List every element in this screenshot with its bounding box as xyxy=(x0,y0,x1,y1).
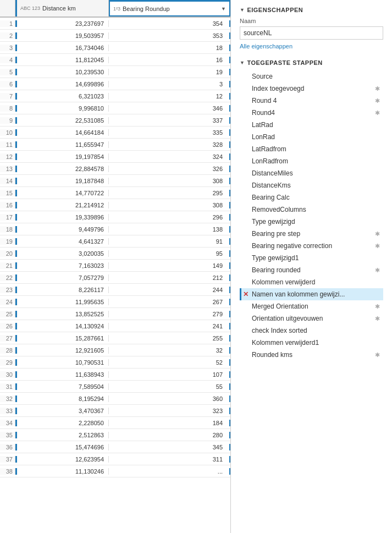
cell-bearing: 353 xyxy=(109,32,230,39)
cell-bearing: 95 xyxy=(109,250,230,257)
cell-row-num: 18 xyxy=(0,226,15,233)
step-item[interactable]: DistanceKms xyxy=(240,179,383,191)
step-item[interactable]: Kolommen verwijderd1 xyxy=(240,337,383,349)
row-number-header xyxy=(0,0,15,17)
step-item[interactable]: ✕ Namen van kolommen gewijzi... xyxy=(240,288,383,300)
cell-distance: 10,239530 xyxy=(15,69,109,75)
cell-row-num: 34 xyxy=(0,420,15,426)
table-row: 21 7,163023 149 xyxy=(0,260,230,272)
table-row: 12 19,197854 324 xyxy=(0,151,230,163)
cell-bearing: 55 xyxy=(109,383,230,390)
table-row: 11 11,655947 328 xyxy=(0,139,230,151)
step-name: Type gewijzigd xyxy=(252,218,377,226)
cell-bearing: 354 xyxy=(109,20,230,27)
table-row: 2 19,503957 353 xyxy=(0,30,230,42)
step-settings-icon[interactable]: ✱ xyxy=(375,351,380,359)
cell-bearing: 279 xyxy=(109,311,230,317)
step-item[interactable]: Source xyxy=(240,70,383,83)
step-name: DistanceMiles xyxy=(252,169,377,177)
step-item[interactable]: Type gewijzigd xyxy=(240,216,383,228)
cell-distance: 14,699896 xyxy=(15,81,109,87)
cell-distance: 14,130924 xyxy=(15,323,109,329)
step-item[interactable]: LonRadfrom xyxy=(240,155,383,167)
eigenschappen-label: EIGENSCHAPPEN xyxy=(247,7,303,13)
cell-distance: 11,812045 xyxy=(15,57,109,63)
cell-row-num: 4 xyxy=(0,57,15,63)
step-settings-icon[interactable]: ✱ xyxy=(375,97,380,105)
step-item[interactable]: Bearing Calc xyxy=(240,191,383,204)
step-item[interactable]: Type gewijzigd1 xyxy=(240,252,383,264)
step-name: Kolommen verwijderd xyxy=(252,278,377,286)
cell-row-num: 30 xyxy=(0,371,15,378)
step-item[interactable]: Round 4 ✱ xyxy=(240,95,383,107)
bearing-column-header[interactable]: 1²3 Bearing Roundup ▼ xyxy=(109,0,230,17)
cell-row-num: 35 xyxy=(0,432,15,438)
step-item[interactable]: LatRad xyxy=(240,119,383,131)
cell-distance: 9,449796 xyxy=(15,226,109,233)
table-row: 31 7,589504 55 xyxy=(0,381,230,393)
cell-bearing: 138 xyxy=(109,226,230,233)
step-item[interactable]: Orientation uitgevouwen ✱ xyxy=(240,312,383,325)
distance-column-header[interactable]: ABC 123 Distance km xyxy=(15,0,109,17)
cell-row-num: 15 xyxy=(0,190,15,196)
step-name: Rounded kms xyxy=(252,351,372,359)
step-item[interactable]: Kolommen verwijderd xyxy=(240,276,383,288)
step-settings-icon[interactable]: ✱ xyxy=(375,230,380,238)
cell-row-num: 5 xyxy=(0,69,15,75)
step-settings-icon[interactable]: ✱ xyxy=(375,85,380,92)
cell-row-num: 29 xyxy=(0,359,15,366)
cell-bearing: 323 xyxy=(109,408,230,414)
step-name: LatRad xyxy=(252,121,377,129)
step-item[interactable]: Bearing negative correction ✱ xyxy=(240,240,383,252)
cell-distance: 11,655947 xyxy=(15,141,109,148)
table-row: 15 14,770722 295 xyxy=(0,187,230,199)
step-item[interactable]: Rounded kms ✱ xyxy=(240,349,383,361)
naam-label: Naam xyxy=(240,18,383,24)
table-row: 14 19,187848 308 xyxy=(0,175,230,187)
cell-distance: 3,470367 xyxy=(15,408,109,414)
step-item[interactable]: Index toegevoegd ✱ xyxy=(240,83,383,95)
alle-eigenschappen-link[interactable]: Alle eigenschappen xyxy=(240,43,383,50)
step-item[interactable]: Round4 ✱ xyxy=(240,107,383,119)
cell-bearing: 3 xyxy=(109,81,230,87)
step-item[interactable]: RemovedColumns xyxy=(240,204,383,216)
table-row: 23 8,226117 244 xyxy=(0,284,230,296)
cell-distance: 12,623954 xyxy=(15,456,109,463)
table-row: 24 11,995635 267 xyxy=(0,296,230,308)
step-item[interactable]: DistanceMiles xyxy=(240,167,383,179)
cell-row-num: 31 xyxy=(0,383,15,390)
step-settings-icon[interactable]: ✱ xyxy=(375,267,380,274)
step-item[interactable]: Merged Orientation ✱ xyxy=(240,300,383,312)
cell-distance: 8,226117 xyxy=(15,287,109,293)
naam-input[interactable] xyxy=(240,26,383,40)
table-row: 6 14,699896 3 xyxy=(0,78,230,90)
cell-row-num: 25 xyxy=(0,311,15,317)
cell-bearing: 326 xyxy=(109,166,230,172)
table-row: 13 22,884578 326 xyxy=(0,163,230,175)
step-item[interactable]: Bearing rounded ✱ xyxy=(240,264,383,276)
cell-distance: 21,214912 xyxy=(15,202,109,208)
table-row: 7 6,321023 12 xyxy=(0,90,230,102)
step-settings-icon[interactable]: ✱ xyxy=(375,315,380,322)
step-settings-icon[interactable]: ✱ xyxy=(375,243,380,250)
distance-col-label: Distance km xyxy=(42,5,76,12)
step-item[interactable]: Bearing pre step ✱ xyxy=(240,228,383,240)
step-settings-icon[interactable]: ✱ xyxy=(375,303,380,310)
cell-bearing: 337 xyxy=(109,117,230,124)
step-name: check Index sorted xyxy=(252,327,377,334)
step-settings-icon[interactable]: ✱ xyxy=(375,109,380,117)
cell-distance: 2,228050 xyxy=(15,420,109,426)
cell-row-num: 9 xyxy=(0,117,15,124)
cell-bearing: 184 xyxy=(109,420,230,426)
steps-list: Source Index toegevoegd ✱ Round 4 ✱ Roun… xyxy=(240,70,383,361)
step-item[interactable]: LonRad xyxy=(240,131,383,143)
bearing-dropdown-arrow[interactable]: ▼ xyxy=(221,6,226,12)
table-row: 38 11,130246 ... xyxy=(0,465,230,477)
cell-row-num: 7 xyxy=(0,93,15,100)
step-item[interactable]: check Index sorted xyxy=(240,325,383,337)
step-item[interactable]: LatRadfrom xyxy=(240,143,383,155)
step-name: Round 4 xyxy=(252,97,372,105)
table-header: ABC 123 Distance km 1²3 Bearing Roundup … xyxy=(0,0,230,18)
cell-row-num: 33 xyxy=(0,408,15,414)
step-name: Orientation uitgevouwen xyxy=(252,315,372,322)
